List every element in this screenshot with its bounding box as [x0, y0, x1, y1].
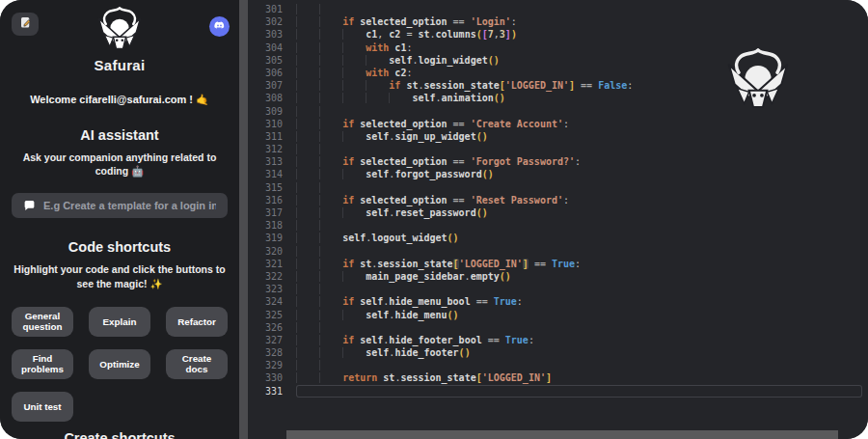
code-text	[296, 219, 862, 232]
code-line[interactable]: 315	[248, 181, 868, 194]
create-shortcuts-title: Create shortcuts	[0, 430, 239, 439]
code-text: self.forgot_password()	[296, 168, 862, 180]
code-text: main_page_sidebar.empty()	[296, 270, 862, 283]
code-line[interactable]: 303 c1, c2 = st.columns([7,3])	[248, 28, 868, 41]
code-line[interactable]: 301	[248, 3, 868, 15]
code-text	[296, 385, 862, 398]
code-text: if self.hide_footer_bool == True:	[296, 334, 862, 346]
code-line[interactable]: 325 self.hide_menu()	[248, 309, 868, 321]
code-line[interactable]: 310 if selected_option == 'Create Accoun…	[248, 118, 868, 130]
code-text: if selected_option == 'Reset Password':	[296, 194, 862, 206]
code-line[interactable]: 320	[248, 245, 868, 258]
line-number: 306	[248, 67, 296, 79]
code-text	[296, 283, 862, 295]
code-line[interactable]: 321 if st.session_state['LOGGED_IN'] == …	[248, 258, 868, 270]
code-line[interactable]: 311 self.sign_up_widget()	[248, 130, 868, 143]
code-text: if selected_option == 'Create Account':	[296, 118, 862, 130]
code-line[interactable]: 302 if selected_option == 'Login':	[248, 15, 868, 28]
line-number: 312	[248, 143, 296, 155]
discord-button[interactable]	[209, 16, 230, 37]
prompt-input[interactable]: E.g Create a template for a login in Rea…	[12, 193, 228, 218]
sidebar-scrollbar[interactable]	[239, 0, 248, 439]
line-number: 301	[248, 3, 296, 15]
shortcut-button-find-problems[interactable]: Find problems	[12, 349, 73, 379]
line-number: 321	[248, 258, 296, 270]
line-number: 320	[248, 245, 296, 258]
line-number: 302	[248, 15, 296, 28]
code-line[interactable]: 313 if selected_option == 'Forgot Passwo…	[248, 155, 868, 168]
code-shortcuts-title: Code shortcuts	[0, 239, 239, 255]
edit-note-icon	[18, 15, 33, 34]
code-line[interactable]: 319 self.logout_widget()	[248, 232, 868, 244]
shortcut-button-explain[interactable]: Explain	[89, 307, 150, 337]
code-shortcuts-subtitle: Highlight your code and click the button…	[10, 262, 230, 289]
line-number: 317	[248, 206, 296, 219]
ai-assistant-subtitle: Ask your companion anything related to c…	[10, 151, 230, 178]
line-number: 328	[248, 346, 296, 359]
brand-title: Safurai	[0, 57, 239, 73]
code-line-current[interactable]: 331	[248, 385, 868, 398]
line-number: 303	[248, 28, 296, 41]
code-line[interactable]: 327 if self.hide_footer_bool == True:	[248, 334, 868, 346]
shortcut-button-refactor[interactable]: Refactor	[166, 307, 228, 337]
code-line[interactable]: 316 if selected_option == 'Reset Passwor…	[248, 194, 868, 206]
line-number: 305	[248, 54, 296, 67]
code-line[interactable]: 322 main_page_sidebar.empty()	[248, 270, 868, 283]
code-text	[296, 359, 862, 371]
code-text: self.hide_menu()	[296, 309, 862, 321]
code-line[interactable]: 324 if self.hide_menu_bool == True:	[248, 295, 868, 308]
code-text	[296, 143, 862, 155]
line-number: 324	[248, 295, 296, 308]
line-number: 329	[248, 359, 296, 371]
line-number: 307	[248, 79, 296, 92]
safurai-sidebar: Safurai Welcome cifarelli@safurai.com ! …	[0, 0, 239, 439]
code-line[interactable]: 317 self.reset_password()	[248, 206, 868, 219]
code-line[interactable]: 318	[248, 219, 868, 232]
line-number: 311	[248, 130, 296, 143]
code-editor[interactable]: 301 302 if selected_option == 'Login':30…	[248, 0, 868, 439]
line-number: 325	[248, 309, 296, 321]
shortcut-button-unit-test[interactable]: Unit test	[12, 392, 73, 422]
line-number: 304	[248, 41, 296, 54]
line-number: 330	[248, 371, 296, 384]
code-line[interactable]: 323	[248, 283, 868, 295]
editor-horizontal-scrollbar[interactable]	[286, 430, 838, 439]
line-number: 310	[248, 118, 296, 130]
code-text	[296, 245, 862, 258]
code-text	[296, 3, 862, 15]
code-text: if selected_option == 'Login':	[296, 15, 862, 28]
code-text: self.sign_up_widget()	[296, 130, 862, 143]
code-line[interactable]: 329	[248, 359, 868, 371]
line-number: 313	[248, 155, 296, 168]
shortcut-button-create-docs[interactable]: Create docs	[166, 349, 228, 379]
sidebar-header	[0, 0, 239, 54]
line-number: 308	[248, 92, 296, 104]
new-note-button[interactable]	[12, 13, 39, 36]
code-text: if self.hide_menu_bool == True:	[296, 295, 862, 308]
safurai-logo	[95, 7, 145, 56]
line-number: 331	[248, 385, 296, 398]
code-line[interactable]: 326	[248, 321, 868, 334]
shortcut-grid: General questionExplainRefactorFind prob…	[12, 307, 228, 422]
line-number: 319	[248, 232, 296, 244]
code-text: self.reset_password()	[296, 206, 862, 219]
code-text: c1, c2 = st.columns([7,3])	[296, 28, 862, 41]
code-line[interactable]: 328 self.hide_footer()	[248, 346, 868, 359]
code-text: return st.session_state['LOGGED_IN']	[296, 371, 862, 384]
line-number: 326	[248, 321, 296, 334]
code-line[interactable]: 312	[248, 143, 868, 155]
safurai-watermark-icon	[723, 48, 793, 112]
line-number: 314	[248, 168, 296, 180]
shortcut-button-optimize[interactable]: Optimize	[89, 349, 150, 379]
code-text: if st.session_state['LOGGED_IN'] == True…	[296, 258, 862, 270]
code-text: self.logout_widget()	[296, 232, 862, 244]
shortcut-button-general-question[interactable]: General question	[12, 307, 73, 337]
welcome-message: Welcome cifarelli@safurai.com ! 🤙	[0, 94, 239, 106]
chat-bubble-icon	[23, 200, 36, 212]
line-number: 309	[248, 105, 296, 118]
code-text: if selected_option == 'Forgot Password?'…	[296, 155, 862, 168]
code-line[interactable]: 330 return st.session_state['LOGGED_IN']	[248, 371, 868, 384]
ai-assistant-title: AI assistant	[0, 127, 239, 143]
code-line[interactable]: 314 self.forgot_password()	[248, 168, 868, 180]
prompt-placeholder: E.g Create a template for a login in Rea…	[43, 200, 216, 211]
